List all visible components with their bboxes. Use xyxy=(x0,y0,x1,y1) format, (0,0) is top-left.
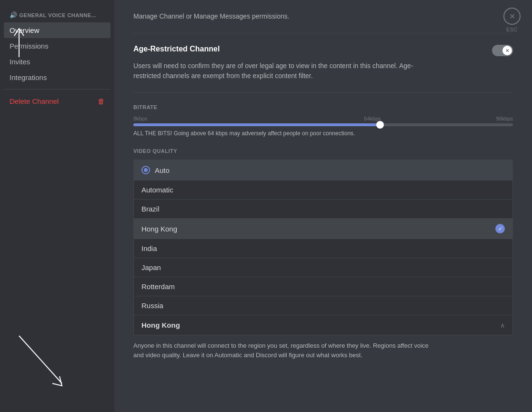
sidebar-item-integrations[interactable]: Integrations xyxy=(4,70,110,85)
region-item-hong-kong[interactable]: Hong Kong ✓ xyxy=(134,219,512,239)
region-item-india[interactable]: India xyxy=(134,239,512,258)
bitrate-markers: 8kbps 64kbps 96kbps xyxy=(133,116,513,121)
bitrate-max: 96kbps xyxy=(496,116,513,121)
sidebar-item-permissions[interactable]: Permissions xyxy=(4,38,110,54)
toggle-knob: ✕ xyxy=(502,46,512,55)
svg-line-1 xyxy=(19,336,62,383)
region-description: Anyone in this channel will connect to t… xyxy=(133,341,438,360)
selected-checkmark: ✓ xyxy=(495,224,505,233)
bitrate-warning: ALL THE BITS! Going above 64 kbps may ad… xyxy=(133,130,513,137)
region-dropdown: Automatic Brazil Hong Kong ✓ India Japan… xyxy=(133,181,513,315)
divider-1 xyxy=(133,33,513,33)
sidebar-item-invites[interactable]: Invites xyxy=(4,54,110,70)
sidebar-divider xyxy=(4,89,110,90)
bitrate-mid: 64kbps xyxy=(364,116,381,121)
auto-option[interactable]: Auto xyxy=(133,160,513,181)
sidebar: 🔊 GENERAL VOICE CHANNE... Overview Permi… xyxy=(0,0,114,412)
bitrate-slider-container: 8kbps 64kbps 96kbps xyxy=(133,116,513,126)
close-icon: ✕ xyxy=(509,12,515,21)
esc-label: ESC xyxy=(506,27,518,32)
speaker-icon: 🔊 xyxy=(10,11,18,19)
bitrate-slider-fill xyxy=(133,123,380,126)
age-restricted-title: Age-Restricted Channel xyxy=(133,45,220,53)
region-item-automatic[interactable]: Automatic xyxy=(134,181,512,200)
channel-title: 🔊 GENERAL VOICE CHANNE... xyxy=(4,8,110,22)
radio-dot xyxy=(144,168,148,172)
bitrate-min: 8kbps xyxy=(133,116,147,121)
delete-channel-button[interactable]: Delete Channel 🗑 xyxy=(4,93,110,109)
selected-region-name: Hong Kong xyxy=(141,321,180,329)
esc-button[interactable]: ✕ xyxy=(503,8,521,25)
main-content: ✕ ESC Manage Channel or Manage Messages … xyxy=(114,0,532,412)
manage-note: Manage Channel or Manage Messages permis… xyxy=(133,11,513,21)
bitrate-section: BITRATE 8kbps 64kbps 96kbps ALL THE BITS… xyxy=(133,104,513,137)
chevron-up-icon: ∧ xyxy=(500,322,505,329)
age-restricted-title-group: Age-Restricted Channel xyxy=(133,45,220,57)
bitrate-slider-thumb[interactable] xyxy=(376,121,384,129)
selected-region-bar[interactable]: Hong Kong ∧ xyxy=(133,315,513,335)
sidebar-item-overview[interactable]: Overview xyxy=(4,22,110,38)
region-item-brazil[interactable]: Brazil xyxy=(134,200,512,219)
divider-2 xyxy=(133,92,513,93)
age-restricted-toggle[interactable]: ✕ xyxy=(492,45,513,56)
bitrate-slider-track[interactable] xyxy=(133,123,513,126)
region-item-japan[interactable]: Japan xyxy=(134,258,512,277)
bitrate-label: BITRATE xyxy=(133,104,513,110)
esc-button-container: ✕ ESC xyxy=(503,8,521,32)
region-item-rotterdam[interactable]: Rotterdam xyxy=(134,277,512,296)
age-restricted-description: Users will need to confirm they are of o… xyxy=(133,61,438,81)
auto-label: Auto xyxy=(155,166,170,174)
radio-button xyxy=(141,166,150,174)
region-item-russia[interactable]: Russia xyxy=(134,296,512,315)
age-restricted-section: Age-Restricted Channel ✕ Users will need… xyxy=(133,45,513,81)
trash-icon: 🗑 xyxy=(98,97,105,105)
video-quality-section: VIDEO QUALITY Auto Automatic Brazil Hong… xyxy=(133,148,513,360)
video-quality-label: VIDEO QUALITY xyxy=(133,148,513,154)
